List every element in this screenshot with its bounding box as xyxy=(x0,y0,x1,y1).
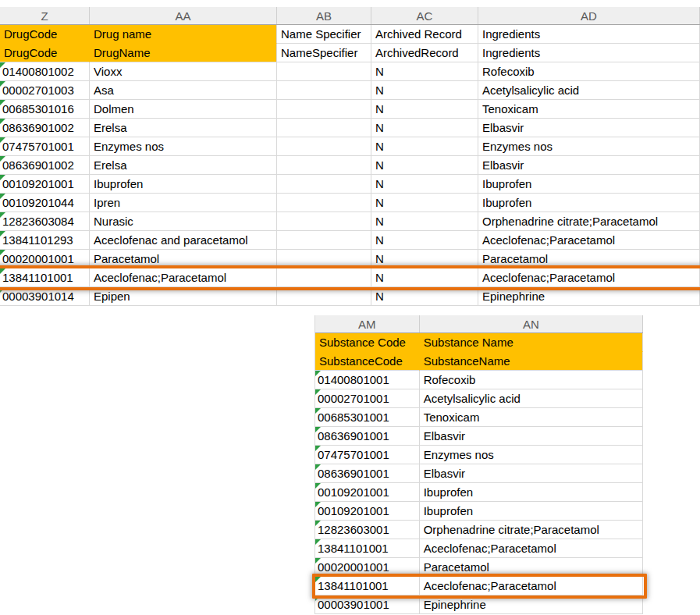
cell[interactable]: Rofecoxib xyxy=(420,371,643,389)
cell[interactable]: Enzymes nos xyxy=(478,137,700,156)
cell[interactable]: Epinephrine xyxy=(478,287,700,306)
cell[interactable]: Tenoxicam xyxy=(478,100,700,119)
cell[interactable]: Elbasvir xyxy=(420,427,643,446)
cell[interactable]: N xyxy=(371,212,478,231)
cell[interactable]: N xyxy=(371,119,478,137)
cell[interactable]: Erelsa xyxy=(90,156,277,175)
cell[interactable]: Ipren xyxy=(90,194,277,212)
cell[interactable] xyxy=(277,156,371,175)
cell[interactable]: N xyxy=(371,175,478,194)
field-header-cell[interactable]: Substance Name xyxy=(420,333,643,352)
cell[interactable] xyxy=(277,212,371,231)
cell[interactable]: Epipen xyxy=(90,287,277,306)
cell[interactable] xyxy=(277,119,371,137)
code-cell[interactable]: 08636901002 xyxy=(0,156,90,175)
field-header-cell[interactable]: Archived Record xyxy=(371,25,478,44)
code-cell[interactable]: 13841101001 xyxy=(315,539,420,558)
code-cell[interactable]: 07475701001 xyxy=(0,137,90,156)
field-header-cell[interactable]: DrugCode xyxy=(0,44,90,62)
cell[interactable]: Ibuprofen xyxy=(420,502,643,521)
cell[interactable] xyxy=(277,81,371,100)
cell[interactable]: Aceclofenac;Paracetamol xyxy=(478,268,700,287)
code-cell[interactable]: 01400801002 xyxy=(0,62,90,81)
cell[interactable] xyxy=(277,137,371,156)
cell[interactable] xyxy=(277,268,371,287)
cell[interactable]: Orphenadrine citrate;Paracetamol xyxy=(420,521,643,539)
code-cell[interactable]: 08636901002 xyxy=(0,119,90,137)
cell[interactable]: Ibuprofen xyxy=(478,194,700,212)
code-cell[interactable]: 08636901001 xyxy=(315,427,420,446)
cell[interactable]: N xyxy=(371,137,478,156)
cell[interactable]: N xyxy=(371,156,478,175)
field-header-cell[interactable]: SubstanceCode xyxy=(315,352,420,371)
field-header-cell[interactable]: DrugName xyxy=(90,44,277,62)
cell[interactable]: Acetylsalicylic acid xyxy=(478,81,700,100)
column-header-ac[interactable]: AC xyxy=(371,7,478,24)
code-cell[interactable]: 00109201001 xyxy=(315,502,420,521)
field-header-cell[interactable]: DrugCode xyxy=(0,25,90,44)
field-header-cell[interactable]: Substance Code xyxy=(315,333,420,352)
column-header-ad[interactable]: AD xyxy=(478,7,700,24)
code-cell[interactable]: 00003901014 xyxy=(0,287,90,306)
code-cell[interactable]: 00685301016 xyxy=(0,100,90,119)
cell[interactable]: Ibuprofen xyxy=(90,175,277,194)
cell[interactable]: Elbasvir xyxy=(478,119,700,137)
code-cell[interactable]: 00109201044 xyxy=(0,194,90,212)
code-cell[interactable]: 00109201001 xyxy=(0,175,90,194)
cell[interactable]: Aceclofenac;Paracetamol xyxy=(420,539,643,558)
column-header-am[interactable]: AM xyxy=(315,315,420,332)
code-cell[interactable]: 00003901001 xyxy=(315,595,420,614)
cell[interactable]: N xyxy=(371,62,478,81)
column-header-z[interactable]: Z xyxy=(0,7,90,24)
cell[interactable]: Ibuprofen xyxy=(420,483,643,502)
code-cell[interactable]: 07475701001 xyxy=(315,446,420,464)
cell[interactable]: N xyxy=(371,268,478,287)
cell[interactable]: Orphenadrine citrate;Paracetamol xyxy=(478,212,700,231)
field-header-cell[interactable]: ArchivedRecord xyxy=(371,44,478,62)
cell[interactable] xyxy=(277,62,371,81)
cell[interactable]: N xyxy=(371,100,478,119)
field-header-cell[interactable]: Ingredients xyxy=(478,44,700,62)
cell[interactable]: Nurasic xyxy=(90,212,277,231)
cell[interactable] xyxy=(277,231,371,250)
column-header-aa[interactable]: AA xyxy=(90,7,277,24)
cell[interactable] xyxy=(277,250,371,268)
cell[interactable]: Paracetamol xyxy=(420,558,643,577)
field-header-cell[interactable]: Ingredients xyxy=(478,25,700,44)
cell[interactable]: Paracetamol xyxy=(478,250,700,268)
field-header-cell[interactable]: Drug name xyxy=(90,25,277,44)
column-header-an[interactable]: AN xyxy=(420,315,643,332)
cell[interactable]: Epinephrine xyxy=(420,595,643,614)
code-cell[interactable]: 12823603084 xyxy=(0,212,90,231)
cell[interactable]: N xyxy=(371,231,478,250)
code-cell[interactable]: 13841101001 xyxy=(315,577,420,595)
code-cell[interactable]: 12823603001 xyxy=(315,521,420,539)
cell[interactable] xyxy=(277,287,371,306)
cell[interactable]: Aceclofenac;Paracetamol xyxy=(478,231,700,250)
code-cell[interactable]: 13841101001 xyxy=(0,268,90,287)
cell[interactable]: Erelsa xyxy=(90,119,277,137)
field-header-cell[interactable]: NameSpecifier xyxy=(277,44,371,62)
code-cell[interactable]: 00685301001 xyxy=(315,408,420,427)
field-header-cell[interactable]: Name Specifier xyxy=(277,25,371,44)
cell[interactable] xyxy=(277,100,371,119)
code-cell[interactable]: 08636901001 xyxy=(315,464,420,483)
cell[interactable]: Tenoxicam xyxy=(420,408,643,427)
cell[interactable]: N xyxy=(371,287,478,306)
cell[interactable]: Acetylsalicylic acid xyxy=(420,389,643,408)
code-cell[interactable]: 13841101293 xyxy=(0,231,90,250)
cell[interactable]: Aceclofenac;Paracetamol xyxy=(90,268,277,287)
column-header-ab[interactable]: AB xyxy=(277,7,371,24)
cell[interactable]: Elbasvir xyxy=(478,156,700,175)
cell[interactable]: Elbasvir xyxy=(420,464,643,483)
code-cell[interactable]: 00020001001 xyxy=(0,250,90,268)
cell[interactable]: Ibuprofen xyxy=(478,175,700,194)
cell[interactable]: Aceclofenac and paracetamol xyxy=(90,231,277,250)
cell[interactable] xyxy=(277,175,371,194)
cell[interactable]: Asa xyxy=(90,81,277,100)
field-header-cell[interactable]: SubstanceName xyxy=(420,352,643,371)
code-cell[interactable]: 00002701001 xyxy=(315,389,420,408)
cell[interactable]: Aceclofenac;Paracetamol xyxy=(420,577,643,595)
cell[interactable]: Dolmen xyxy=(90,100,277,119)
cell[interactable] xyxy=(277,194,371,212)
